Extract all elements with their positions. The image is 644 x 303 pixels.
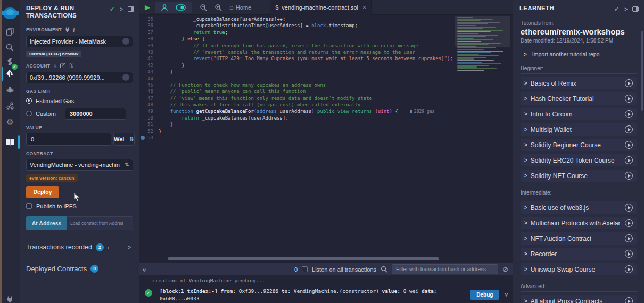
custom-gas-radio[interactable] <box>26 111 32 116</box>
code-line[interactable]: 47 // 'view' means this function only re… <box>139 95 513 102</box>
estimated-gas-option[interactable]: Estimated Gas <box>26 98 133 104</box>
line-number[interactable]: 44 <box>139 75 159 82</box>
line-number[interactable]: 48 <box>139 102 159 108</box>
code-line[interactable]: 49 function getCupcakeBalanceFor(address… <box>139 108 513 114</box>
expand-chevron-icon[interactable]: > <box>524 127 527 132</box>
account-copy-icon[interactable] <box>122 74 129 81</box>
expand-chevron-icon[interactable]: > <box>524 235 527 241</box>
account-select[interactable]: 0xf39...92266 (9999.99929... <box>26 72 133 83</box>
tutorial-item[interactable]: >Solidity Beginner Course <box>521 139 637 151</box>
expand-chevron-icon[interactable]: > <box>524 205 527 211</box>
code-line[interactable]: 45 // Function to check how many cupcake… <box>139 82 513 88</box>
contract-select[interactable]: VendingMachine - vending-machin ⇅ <box>26 159 133 171</box>
line-number[interactable]: 45 <box>139 82 159 88</box>
tx-expand-icon[interactable]: > <box>503 293 510 297</box>
transaction-filter-input[interactable] <box>392 264 498 274</box>
expand-chevron-icon[interactable]: > <box>524 298 527 303</box>
start-tutorial-icon[interactable] <box>625 250 633 258</box>
tutorial-item[interactable]: >Recorder <box>521 248 637 260</box>
minimap[interactable] <box>457 17 508 81</box>
learneth-collapse-icon[interactable]: > <box>624 6 628 12</box>
home-icon[interactable]: ⌂Home <box>229 3 251 11</box>
code-line[interactable]: 52} <box>139 128 513 134</box>
deploy-button[interactable]: Deploy <box>26 186 59 198</box>
line-number[interactable]: 37 <box>139 29 159 36</box>
terminal-collapse-icon[interactable]: » <box>142 268 148 270</box>
import-tutorial-repo[interactable]: > Import another tutorial repo <box>521 51 637 57</box>
line-number[interactable]: 41 <box>139 55 159 62</box>
expand-chevron-icon[interactable]: > <box>524 220 527 226</box>
start-tutorial-icon[interactable] <box>625 219 633 227</box>
remix-logo-icon[interactable] <box>0 4 20 22</box>
start-tutorial-icon[interactable] <box>625 79 633 87</box>
line-number[interactable]: 53 <box>139 134 159 141</box>
learneth-scrollbar[interactable] <box>641 31 643 111</box>
tutorial-item[interactable]: >NFT Auction Contract <box>521 232 637 245</box>
tutorial-item[interactable]: >Solidity ERC20 Token Course <box>521 154 637 166</box>
env-plug-icon[interactable] <box>65 27 70 33</box>
search-icon[interactable] <box>0 39 20 55</box>
deployed-contracts-row[interactable]: Deployed Contracts 0 <box>26 265 133 273</box>
expand-chevron-icon[interactable]: > <box>524 142 527 148</box>
start-tutorial-icon[interactable] <box>625 172 633 180</box>
debug-button[interactable]: Debug <box>470 290 499 300</box>
expand-chevron-icon[interactable]: > <box>524 266 527 272</box>
start-tutorial-icon[interactable] <box>625 204 633 212</box>
run-script-icon[interactable]: ▶ <box>145 3 150 11</box>
code-editor[interactable]: 35 _cupcakeBalances[userAddress]++;36 _c… <box>139 16 513 258</box>
custom-gas-input[interactable] <box>65 108 126 120</box>
start-tutorial-icon[interactable] <box>625 125 633 133</box>
line-number[interactable]: 35 <box>139 16 159 22</box>
code-line[interactable]: 41 revert("HTTP 429: Too Many Cupcakes (… <box>139 55 513 62</box>
start-tutorial-icon[interactable] <box>625 141 633 149</box>
at-address-input[interactable] <box>67 216 133 230</box>
terminal-output[interactable]: creation of VendingMachine pending... ✓ … <box>139 275 513 303</box>
code-line[interactable]: 44 <box>139 75 513 82</box>
debugger-icon[interactable] <box>0 82 20 98</box>
tutorial-item[interactable]: >All about Proxy Contracts <box>521 295 637 303</box>
breakpoint-dot[interactable] <box>141 136 145 140</box>
pin-panel-icon[interactable] <box>128 6 134 12</box>
line-number[interactable]: 51 <box>139 121 159 128</box>
at-address-button[interactable]: At Address <box>26 216 67 230</box>
custom-gas-option[interactable]: Custom <box>26 108 133 120</box>
expand-chevron-icon[interactable]: > <box>524 111 527 117</box>
code-line[interactable]: 43 } <box>139 69 513 75</box>
line-number[interactable]: 43 <box>139 69 159 75</box>
tab-close-icon[interactable]: × <box>362 4 366 11</box>
line-number[interactable]: 42 <box>139 62 159 69</box>
tutorial-item[interactable]: >Multisig Wallet <box>521 123 637 136</box>
expand-chevron-icon[interactable]: > <box>524 157 527 163</box>
horizontal-scrollbar[interactable] <box>168 257 439 260</box>
sign-message-icon[interactable] <box>60 63 65 69</box>
zoom-out-icon[interactable] <box>200 4 207 11</box>
environment-select[interactable]: Injected Provider - MetaMask <box>26 36 133 47</box>
home-label[interactable]: Home <box>236 4 251 11</box>
listen-all-checkbox[interactable] <box>302 266 308 272</box>
tutorial-item[interactable]: >Solidity NFT Course <box>521 170 637 182</box>
tutorial-item[interactable]: >Hash Checker Tutorial <box>521 92 637 105</box>
tutorial-item[interactable]: >Basics of Remix <box>521 77 637 89</box>
tutorial-item[interactable]: >Intro to Circom <box>521 108 637 120</box>
expand-chevron-icon[interactable]: > <box>524 96 527 102</box>
estimated-gas-radio[interactable] <box>26 98 32 104</box>
tab-vending-machine-contract[interactable]: $ vending-machine-contract.sol × <box>270 0 372 15</box>
line-number[interactable]: 47 <box>139 95 159 102</box>
code-line[interactable]: 46 // 'public' means anyone can call thi… <box>139 88 513 95</box>
learneth-pin-icon[interactable] <box>632 6 639 12</box>
start-tutorial-icon[interactable] <box>625 297 633 303</box>
plugin-manager-icon[interactable] <box>0 291 20 303</box>
settings-icon[interactable]: ⚙ <box>0 114 20 130</box>
tutorial-item[interactable]: >Multichain Protocols with Axelar <box>521 217 637 229</box>
env-info-icon[interactable]: i <box>73 27 75 33</box>
tutorial-item[interactable]: >Basic use of web3.js <box>521 201 637 214</box>
collapse-panel-icon[interactable]: > <box>120 6 123 12</box>
zoom-in-icon[interactable] <box>214 4 222 11</box>
value-input[interactable] <box>26 133 111 146</box>
line-number[interactable]: 52 <box>139 128 159 134</box>
copilot-user-icon[interactable] <box>161 4 168 11</box>
start-tutorial-icon[interactable] <box>625 95 633 103</box>
solidity-analyzer-icon[interactable] <box>0 98 20 114</box>
expand-chevron-icon[interactable]: > <box>524 80 527 86</box>
line-number[interactable]: 38 <box>139 36 159 42</box>
